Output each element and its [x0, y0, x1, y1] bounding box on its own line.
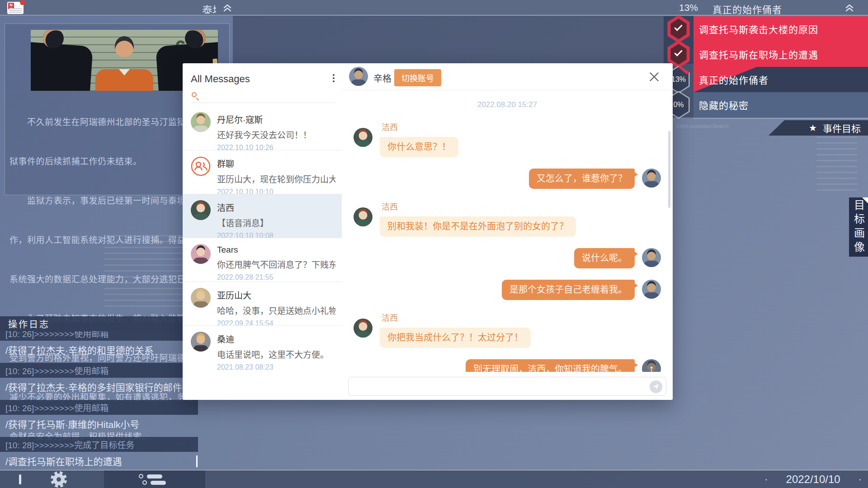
- quest-complete-badge-icon: [666, 15, 691, 43]
- avatar: [191, 332, 211, 352]
- app-dock: <SQL> Hi: [0, 420, 868, 456]
- search-bar: [191, 90, 335, 103]
- message-bubble: 你把我当成什么了？！太过分了！: [380, 328, 531, 348]
- inmate-figure: [115, 36, 134, 57]
- star-icon: ★: [809, 122, 817, 133]
- avatar: [354, 207, 373, 226]
- avatar: [191, 200, 211, 220]
- message-bubble: 说什么呢。: [574, 248, 635, 268]
- message-history: 2022.08.20 15:27 洁西 你什么意思？！ 又怎么了，谁惹你了？ 洁…: [342, 90, 673, 372]
- message-bubble: 别无理取闹，洁西，你知道我的脾气。: [466, 359, 635, 372]
- message-outgoing: 别无理取闹，洁西，你知道我的脾气。 ↑: [354, 359, 661, 372]
- message-bubble: 你什么意思？！: [380, 137, 458, 157]
- quest-item-2[interactable]: 调查托马斯在职场上的遭遇: [693, 42, 868, 67]
- message-incoming: 洁西 别和我装！你是不是在外面泡了别的女的了？: [354, 200, 661, 237]
- message-bubble: 别和我装！你是不是在外面泡了别的女的了？: [380, 216, 576, 237]
- kebab-menu-icon[interactable]: [333, 74, 335, 76]
- top-bar: N 泰坦 13% 真正的始作俑者: [0, 0, 868, 15]
- quest-item-3[interactable]: 真正的始作俑者: [693, 67, 868, 92]
- message-input-bar: [348, 377, 666, 396]
- collapse-quest-panel-icon[interactable]: [844, 4, 854, 12]
- avatar: [642, 280, 661, 299]
- log-scrollbar[interactable]: [196, 455, 198, 467]
- cursor-bar-icon: [19, 474, 21, 484]
- quest-item-1[interactable]: 调查托马斯袭击大楼的原因: [693, 16, 868, 42]
- log-entry: [10: 26]>>>>>>>>使用邮箱 /获得了拉杰夫·辛格的多封国家银行的邮…: [0, 363, 198, 396]
- chat-scrollbar[interactable]: [668, 131, 670, 208]
- log-entry: [10: 26]>>>>>>>>使用邮箱 /获得了拉杰夫·辛格的和里德的关系: [0, 331, 198, 359]
- game-desktop: N 泰坦 13% 真正的始作俑者 66 不久前发生在阿瑞德州北部的圣马汀监狱的 …: [0, 0, 868, 488]
- log-toggle-tile[interactable]: [104, 470, 205, 488]
- conversation-item-daniel[interactable]: 丹尼尔·寇斯 还好我今天没去公司！！ 2022.10.10 10:26: [183, 106, 342, 150]
- quest-divider: [693, 118, 868, 119]
- background-code-text: [816, 136, 857, 194]
- message-bubble: 是那个女孩子自己老缠着我。: [502, 280, 635, 300]
- quest-item-4[interactable]: 隐藏的秘密: [693, 92, 868, 117]
- message-bubble: 又怎么了，谁惹你了？: [529, 169, 635, 189]
- conversation-item-group[interactable]: 群聊 亚历山大，现在轮到你压力山大了... 2022.10.10 10:10: [183, 150, 342, 194]
- conversation-item-tears[interactable]: Tears 你还甩脾气不回消息了？下贱东西。 2022.09.28 21:55: [183, 238, 342, 282]
- list-title: All Messages: [191, 73, 250, 85]
- settings-gear-icon[interactable]: [51, 471, 67, 488]
- date-divider: 2022.08.20 15:27: [354, 100, 661, 109]
- conversation-header: 辛格 切换账号: [342, 63, 673, 90]
- send-icon[interactable]: [650, 380, 662, 393]
- message-incoming: 洁西 你什么意思？！: [354, 121, 661, 157]
- message-outgoing: 说什么呢。: [354, 248, 661, 268]
- tracked-quest-title: 真正的始作俑者: [712, 2, 782, 16]
- contact-avatar: [349, 67, 368, 86]
- close-icon[interactable]: [647, 70, 661, 84]
- avatar: [191, 112, 211, 132]
- quest-progress-percent: 13%: [679, 2, 698, 13]
- conversation-item-sandy[interactable]: 桑迪 电话里说吧，这里不大方便。 2021.08.23 08:23: [183, 325, 342, 369]
- avatar: [354, 319, 373, 338]
- message-outgoing: 又怎么了，谁惹你了？: [354, 169, 661, 189]
- avatar: [642, 248, 661, 267]
- event-objectives-header: ★ 事件目标: [769, 120, 868, 136]
- background-debug-text: ChinLocalizationSearch: [676, 123, 729, 129]
- date-text: 2022/10/10: [786, 473, 840, 486]
- message-outgoing: 是那个女孩子自己老缠着我。: [354, 280, 661, 300]
- conversation-pane: 辛格 切换账号 2022.08.20 15:27 洁西 你什么意思？！ 又怎么了…: [342, 63, 673, 400]
- avatar: [191, 288, 211, 308]
- hitalk-chat-window: All Messages 丹尼尔·寇斯 还好我今天没去公司！！ 2022.10.…: [183, 63, 673, 400]
- system-date: · 2022/10/10 ·: [764, 470, 862, 488]
- avatar: [642, 169, 661, 188]
- message-list-pane: All Messages 丹尼尔·寇斯 还好我今天没去公司！！ 2022.10.…: [183, 63, 342, 400]
- avatar: [354, 128, 373, 147]
- app-title: 泰坦: [202, 2, 216, 14]
- sliders-icon: [139, 474, 170, 485]
- search-icon: [192, 92, 197, 97]
- target-portrait-tab[interactable]: 目标画像: [849, 197, 868, 257]
- background-window: [233, 16, 694, 64]
- switch-account-button[interactable]: 切换账号: [394, 69, 441, 86]
- taskbar: · 2022/10/10 ·: [0, 470, 868, 488]
- group-chat-icon: [191, 156, 211, 176]
- contact-name: 辛格: [373, 71, 392, 84]
- conversation-item-jessie[interactable]: 洁西 【语音消息】 2022.10.10 10:08: [183, 194, 342, 238]
- search-input[interactable]: [203, 90, 335, 101]
- notification-dot: [20, 0, 25, 5]
- police-officer-left: [31, 41, 93, 91]
- scroll-to-bottom-button[interactable]: ↑: [642, 359, 661, 372]
- log-title: 操作日志: [0, 316, 198, 331]
- message-incoming: 洁西 你把我当成什么了？！太过分了！: [354, 311, 661, 348]
- collapse-topbar-icon[interactable]: [222, 4, 232, 12]
- avatar: [191, 244, 211, 264]
- conversation-item-alexander[interactable]: 亚历山大 哈哈，没事，只是送她点小礼物罢... 2022.09.24 15:54: [183, 282, 342, 325]
- message-input[interactable]: [354, 379, 643, 394]
